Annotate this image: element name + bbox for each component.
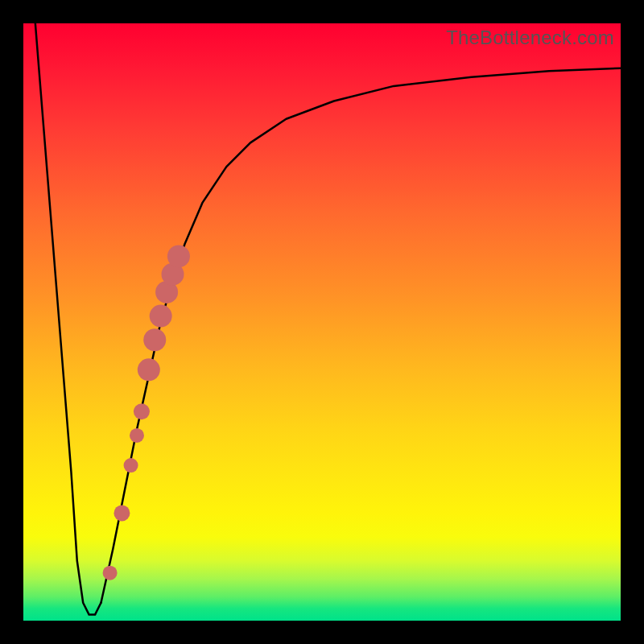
chart-frame: TheBottleneck.com (0, 0, 644, 644)
dots-on-rise-dot (124, 458, 138, 473)
dots-on-rise-dot (134, 403, 150, 419)
thick-bar-on-rise-dot (138, 358, 160, 381)
thick-bar-on-rise-dot (167, 245, 190, 267)
dots-on-rise-dot (130, 428, 144, 443)
watermark-text: TheBottleneck.com (446, 27, 614, 49)
dots-on-rise-dot (114, 505, 130, 521)
left-dip-line-path (35, 23, 101, 615)
chart-svg (23, 23, 621, 621)
thick-bar-on-rise-dot (150, 305, 172, 328)
right-rise-line-path (101, 68, 621, 603)
lines-layer (35, 23, 621, 615)
plot-area: TheBottleneck.com (23, 23, 621, 621)
bottom-tick-marker-dot (103, 566, 118, 580)
thick-bar-on-rise-dot (143, 328, 166, 351)
